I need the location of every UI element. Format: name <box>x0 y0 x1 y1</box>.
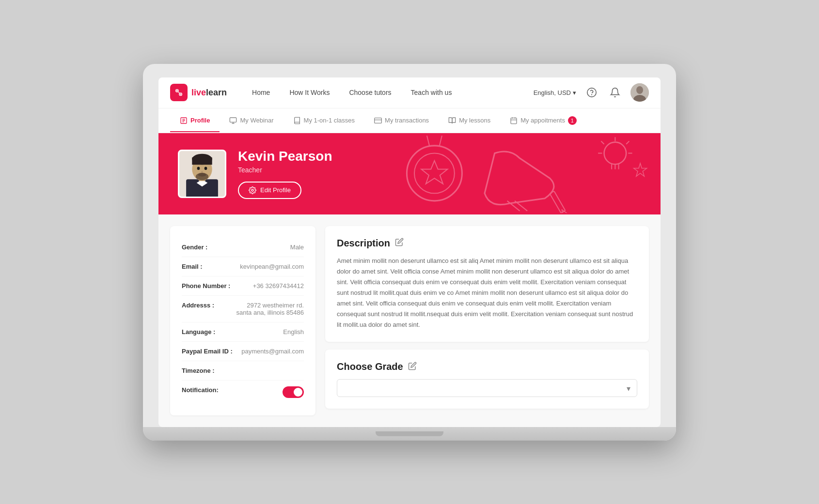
appointments-badge: 1 <box>568 116 577 125</box>
notification-icon[interactable] <box>607 85 623 100</box>
gender-value: Male <box>290 244 304 251</box>
svg-point-8 <box>636 86 643 94</box>
description-text: Amet minim mollit non deserunt ullamco e… <box>337 256 637 331</box>
profile-tab-icon <box>180 117 188 124</box>
svg-rect-19 <box>511 118 517 123</box>
svg-point-3 <box>176 90 178 92</box>
address-line-1: 2972 westheimer rd. <box>247 302 304 309</box>
tab-transactions[interactable]: My transactions <box>364 109 439 132</box>
svg-line-28 <box>507 200 520 211</box>
email-value: kevinpean@gmail.com <box>240 263 304 270</box>
right-panel: Description Amet minim mollit non deseru… <box>325 226 649 415</box>
laptop-notch <box>376 431 443 436</box>
tab-profile-label: Profile <box>190 117 210 124</box>
tab-appointments-label: My appoitments <box>520 117 565 124</box>
svg-line-29 <box>515 200 528 211</box>
svg-point-4 <box>180 93 181 95</box>
edit-profile-button[interactable]: Edit Profile <box>238 182 301 199</box>
svg-point-24 <box>414 153 455 193</box>
grade-select-wrapper: Grade 1 Grade 2 Grade 3 Grade 4 Grade 5 … <box>337 379 637 397</box>
content-area: Gender : Male Email : kevinpean@gmail.co… <box>158 214 661 427</box>
timezone-label: Timezone : <box>182 367 215 374</box>
tab-lessons[interactable]: My lessons <box>439 109 500 132</box>
language-label: English, USD <box>534 89 571 96</box>
svg-point-51 <box>201 171 204 172</box>
svg-line-38 <box>601 141 604 144</box>
banner-role: Teacher <box>238 166 332 174</box>
paypal-value: payments@gmail.com <box>241 348 304 355</box>
navbar: livelearn Home How It Works Choose tutor… <box>158 77 661 108</box>
svg-line-37 <box>627 141 630 144</box>
lessons-tab-icon <box>448 117 456 124</box>
svg-point-32 <box>604 142 627 164</box>
logo-icon <box>170 84 188 101</box>
svg-marker-31 <box>560 208 568 213</box>
tab-profile[interactable]: Profile <box>170 109 220 132</box>
svg-marker-25 <box>422 160 448 183</box>
svg-line-2 <box>178 92 180 93</box>
paypal-row: Paypal Email ID : payments@gmail.com <box>182 342 304 361</box>
appointments-tab-icon <box>510 117 518 124</box>
user-photo <box>178 150 226 198</box>
svg-line-26 <box>427 136 429 146</box>
laptop-base <box>143 427 676 441</box>
tabs-bar: Profile My Webinar My 1-on-1 classes <box>158 108 661 133</box>
address-label: Addresss : <box>182 302 214 309</box>
tab-appointments[interactable]: My appoitments 1 <box>500 108 586 133</box>
help-icon[interactable] <box>584 85 599 100</box>
banner-name: Kevin Pearson <box>238 149 332 164</box>
svg-line-27 <box>440 136 442 146</box>
svg-point-23 <box>407 145 462 200</box>
left-panel: Gender : Male Email : kevinpean@gmail.co… <box>170 226 315 415</box>
address-line-2: santa ana, illinois 85486 <box>236 309 304 316</box>
chevron-down-icon: ▾ <box>573 89 576 96</box>
user-avatar[interactable] <box>630 83 649 102</box>
logo-text-live: live <box>191 88 206 97</box>
language-selector[interactable]: English, USD ▾ <box>534 89 576 96</box>
laptop-screen: livelearn Home How It Works Choose tutor… <box>158 77 661 427</box>
language-row: Language : English <box>182 322 304 342</box>
timezone-row: Timezone : <box>182 361 304 381</box>
notification-row: Notification: <box>182 381 304 404</box>
email-row: Email : kevinpean@gmail.com <box>182 257 304 276</box>
classes-tab-icon <box>293 117 301 124</box>
choose-grade-card: Choose Grade Grade 1 Grade 2 <box>325 350 649 409</box>
edit-profile-label: Edit Profile <box>260 186 291 194</box>
svg-rect-17 <box>375 118 382 123</box>
tab-classes[interactable]: My 1-on-1 classes <box>284 109 364 132</box>
grade-select[interactable]: Grade 1 Grade 2 Grade 3 Grade 4 Grade 5 <box>337 379 637 397</box>
nav-right: English, USD ▾ <box>534 83 649 102</box>
phone-value: +36 32697434412 <box>253 282 304 290</box>
logo-text: livelearn <box>191 88 227 98</box>
svg-rect-48 <box>192 157 212 165</box>
svg-point-49 <box>197 167 200 170</box>
logo-text-learn: learn <box>206 88 227 97</box>
description-card: Description Amet minim mollit non deseru… <box>325 226 649 342</box>
description-edit-icon[interactable] <box>395 238 404 248</box>
language-label: Language : <box>182 328 215 336</box>
notification-toggle[interactable] <box>283 386 304 398</box>
nav-how-it-works[interactable]: How It Works <box>280 77 339 108</box>
svg-point-53 <box>196 173 208 180</box>
description-title: Description <box>337 238 637 249</box>
tab-classes-label: My 1-on-1 classes <box>304 117 355 124</box>
tab-webinar[interactable]: My Webinar <box>220 109 283 132</box>
description-title-text: Description <box>337 238 390 249</box>
notification-label: Notification: <box>182 386 219 394</box>
tab-lessons-label: My lessons <box>459 117 490 124</box>
grade-edit-icon[interactable] <box>408 362 417 372</box>
svg-point-50 <box>205 167 207 170</box>
phone-label: Phone Number : <box>182 282 230 290</box>
language-value: English <box>283 328 304 336</box>
gender-label: Gender : <box>182 244 207 251</box>
svg-rect-30 <box>550 191 566 213</box>
svg-point-5 <box>587 88 596 97</box>
address-row: Addresss : 2972 westheimer rd. santa ana… <box>182 296 304 322</box>
nav-choose-tutors[interactable]: Choose tutors <box>339 77 401 108</box>
gear-icon <box>249 186 256 194</box>
svg-rect-14 <box>230 118 236 122</box>
email-label: Email : <box>182 263 203 270</box>
nav-home[interactable]: Home <box>242 77 280 108</box>
logo-area[interactable]: livelearn <box>170 84 227 101</box>
nav-teach-with-us[interactable]: Teach with us <box>401 77 462 108</box>
